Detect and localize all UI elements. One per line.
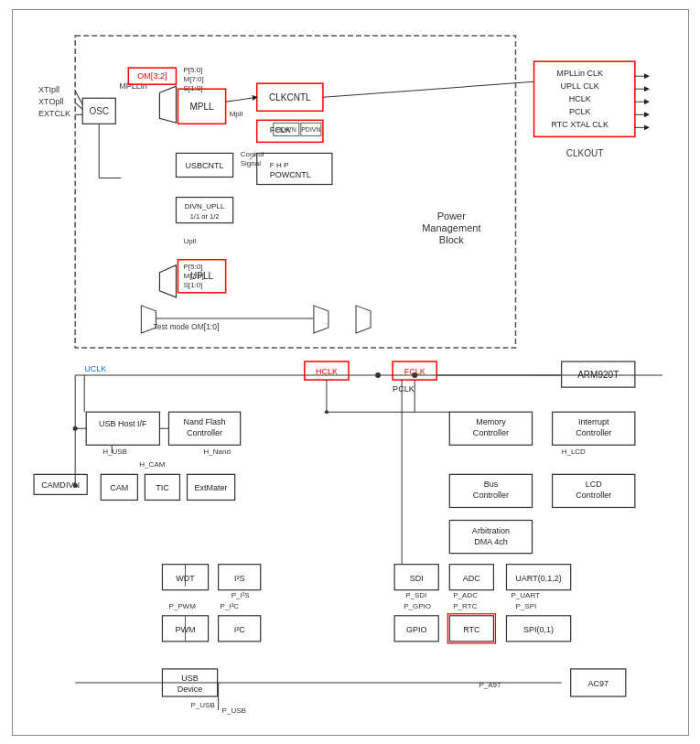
- svg-text:H_Nand: H_Nand: [203, 447, 230, 456]
- svg-text:RTC: RTC: [463, 625, 480, 634]
- svg-text:EXTCLK: EXTCLK: [38, 109, 70, 118]
- svg-point-160: [72, 483, 77, 488]
- svg-marker-49: [356, 306, 371, 333]
- svg-text:Test mode OM[1:0]: Test mode OM[1:0]: [153, 322, 219, 331]
- svg-marker-18: [159, 86, 176, 123]
- svg-text:OM[3:2]: OM[3:2]: [137, 71, 167, 81]
- svg-text:UART(0,1,2): UART(0,1,2): [515, 574, 561, 583]
- svg-text:P_UART: P_UART: [511, 591, 540, 599]
- svg-text:FCLK: FCLK: [404, 367, 425, 376]
- svg-text:S[1:0]: S[1:0]: [183, 281, 202, 289]
- svg-text:MPLL: MPLL: [189, 102, 214, 112]
- svg-point-70: [375, 372, 381, 378]
- svg-text:P_ADC: P_ADC: [453, 591, 478, 599]
- svg-text:H_USB: H_USB: [102, 447, 127, 456]
- svg-marker-43: [159, 265, 176, 297]
- svg-text:TIC: TIC: [156, 483, 169, 492]
- svg-text:Bus: Bus: [483, 480, 498, 489]
- svg-text:XTIpll: XTIpll: [38, 85, 59, 94]
- svg-text:Device: Device: [177, 685, 202, 694]
- svg-text:P_SDI: P_SDI: [405, 591, 426, 599]
- svg-text:RTC XTAL CLK: RTC XTAL CLK: [551, 120, 608, 129]
- page-container: Power Management Block OSC XTIpll XTOpll…: [0, 0, 700, 744]
- svg-text:P_RTC: P_RTC: [453, 602, 477, 610]
- svg-text:ExtMater: ExtMater: [194, 483, 227, 492]
- svg-text:P[5:0]: P[5:0]: [183, 263, 202, 271]
- svg-text:P_USB: P_USB: [221, 706, 245, 715]
- diagram-outer: Power Management Block OSC XTIpll XTOpll…: [12, 9, 689, 736]
- svg-line-10: [75, 102, 82, 109]
- svg-text:USB Host I/F: USB Host I/F: [99, 419, 147, 428]
- svg-text:CLKOUT: CLKOUT: [565, 148, 603, 158]
- block-diagram: Power Management Block OSC XTIpll XTOpll…: [20, 17, 681, 724]
- svg-text:SDI: SDI: [409, 574, 423, 583]
- svg-text:LCD: LCD: [585, 480, 602, 489]
- svg-text:P_SPI: P_SPI: [515, 602, 536, 610]
- svg-text:Controller: Controller: [576, 491, 611, 500]
- svg-text:P_I²S: P_I²S: [231, 591, 249, 599]
- svg-text:USBCNTL: USBCNTL: [185, 161, 223, 170]
- svg-text:UPLL CLK: UPLL CLK: [560, 81, 598, 91]
- svg-marker-48: [313, 306, 328, 333]
- svg-text:I²C: I²C: [233, 625, 245, 634]
- svg-text:I²S: I²S: [233, 574, 244, 583]
- svg-text:HCLK: HCLK: [315, 367, 337, 376]
- svg-text:P_PWM: P_PWM: [168, 602, 196, 610]
- svg-text:Management: Management: [422, 222, 480, 233]
- svg-text:Block: Block: [438, 234, 463, 245]
- svg-text:Signal: Signal: [240, 159, 261, 167]
- svg-text:PCLK: PCLK: [568, 107, 590, 116]
- svg-text:P[5:0]: P[5:0]: [183, 66, 202, 74]
- svg-text:Memory: Memory: [476, 417, 506, 426]
- svg-text:POWCNTL: POWCNTL: [269, 170, 310, 179]
- svg-text:H_LCD: H_LCD: [561, 447, 585, 456]
- svg-text:SPI(0,1): SPI(0,1): [523, 625, 554, 634]
- svg-point-165: [324, 410, 328, 414]
- svg-text:Controller: Controller: [576, 428, 611, 437]
- svg-text:CAM: CAM: [110, 483, 128, 492]
- svg-text:Interrupt: Interrupt: [577, 417, 608, 426]
- svg-text:HCLK: HCLK: [568, 94, 590, 103]
- svg-line-30: [225, 97, 256, 102]
- svg-text:Controller: Controller: [187, 428, 222, 437]
- svg-line-65: [322, 81, 533, 97]
- svg-text:Nand Flash: Nand Flash: [183, 417, 225, 426]
- svg-line-9: [75, 91, 82, 104]
- svg-text:P_GPIO: P_GPIO: [404, 602, 431, 610]
- svg-text:HDIVN: HDIVN: [275, 126, 296, 133]
- svg-point-159: [72, 426, 77, 431]
- svg-text:1/1 or 1/2: 1/1 or 1/2: [189, 212, 219, 221]
- svg-text:CLKCNTL: CLKCNTL: [268, 92, 310, 102]
- svg-text:H_CAM: H_CAM: [139, 460, 165, 469]
- svg-text:AC97: AC97: [587, 679, 608, 688]
- svg-text:PCLK: PCLK: [393, 384, 415, 394]
- svg-text:P_I²C: P_I²C: [220, 602, 239, 610]
- svg-text:MPLLin: MPLLin: [119, 81, 147, 91]
- svg-text:Controller: Controller: [472, 491, 508, 500]
- svg-text:GPIO: GPIO: [405, 625, 426, 634]
- svg-text:P_A97: P_A97: [479, 681, 501, 689]
- svg-text:DMA 4ch: DMA 4ch: [474, 537, 508, 546]
- svg-text:ADC: ADC: [462, 574, 480, 583]
- svg-text:UCLK: UCLK: [84, 364, 106, 373]
- svg-text:F  H     P: F H P: [269, 161, 288, 169]
- svg-text:Upll: Upll: [183, 237, 196, 245]
- svg-text:USB: USB: [181, 674, 199, 683]
- svg-text:ARM920T: ARM920T: [577, 370, 619, 380]
- svg-text:PDIVN: PDIVN: [301, 126, 320, 133]
- svg-text:XTOpll: XTOpll: [38, 97, 63, 106]
- svg-text:P_USB: P_USB: [190, 701, 214, 709]
- svg-text:OSC: OSC: [89, 106, 109, 116]
- svg-text:Controller: Controller: [472, 428, 508, 437]
- svg-text:Arbitration: Arbitration: [471, 526, 509, 535]
- svg-text:UPLL: UPLL: [190, 271, 213, 281]
- svg-text:MPLLin CLK: MPLLin CLK: [556, 69, 603, 78]
- svg-text:DIVN_UPLL: DIVN_UPLL: [184, 202, 224, 210]
- svg-text:M[7:0]: M[7:0]: [183, 75, 203, 83]
- svg-text:Mpll: Mpll: [229, 110, 242, 118]
- svg-text:Power: Power: [436, 210, 466, 221]
